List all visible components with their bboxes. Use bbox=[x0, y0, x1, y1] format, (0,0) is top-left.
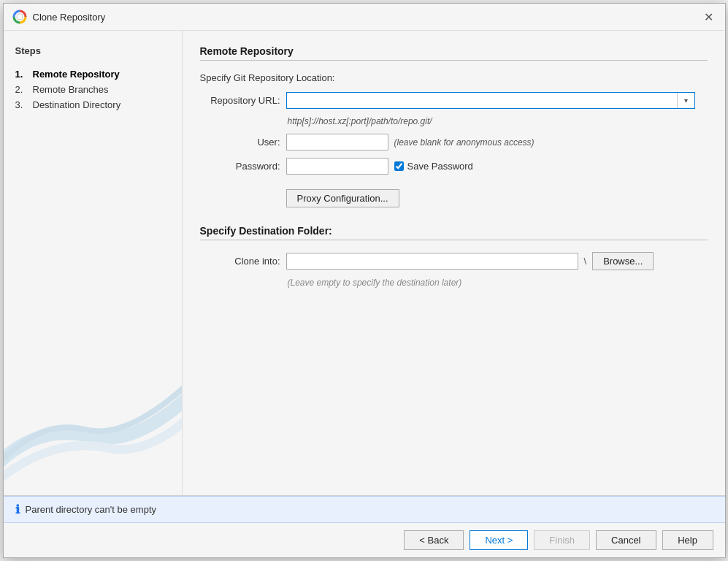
user-input[interactable] bbox=[286, 134, 388, 150]
password-input[interactable] bbox=[286, 158, 388, 175]
title-bar: Clone Repository ✕ bbox=[4, 4, 725, 31]
info-icon: ℹ bbox=[15, 503, 20, 516]
help-button[interactable]: Help bbox=[662, 530, 713, 550]
user-label: User: bbox=[200, 137, 280, 148]
repo-url-hint: http[s]://host.xz[:port]/path/to/repo.gi… bbox=[288, 116, 708, 126]
button-bar: < Back Next > Finish Cancel Help bbox=[4, 523, 725, 557]
step-1: 1. Remote Repository bbox=[15, 66, 170, 82]
step-2-num: 2. bbox=[15, 84, 28, 95]
clone-hint: (Leave empty to specify the destination … bbox=[288, 278, 708, 288]
clone-into-input[interactable] bbox=[286, 253, 578, 270]
clone-into-label: Clone into: bbox=[200, 256, 280, 267]
browse-button[interactable]: Browse... bbox=[592, 252, 654, 270]
dialog-footer: ℹ Parent directory can't be empty < Back… bbox=[4, 495, 725, 557]
section-divider-2 bbox=[200, 240, 708, 240]
repo-url-input-wrapper: ▾ bbox=[286, 92, 695, 109]
dialog-title: Clone Repository bbox=[33, 12, 106, 23]
step-1-label: Remote Repository bbox=[33, 69, 120, 80]
next-button[interactable]: Next > bbox=[470, 530, 528, 550]
repo-url-input[interactable] bbox=[287, 93, 677, 108]
repo-url-label: Repository URL: bbox=[200, 95, 280, 106]
main-content: Remote Repository Specify Git Repository… bbox=[183, 31, 725, 495]
step-2-label: Remote Branches bbox=[33, 84, 109, 95]
repo-url-row: Repository URL: ▾ bbox=[200, 92, 708, 109]
section-divider-1 bbox=[200, 60, 708, 61]
step-3-num: 3. bbox=[15, 99, 28, 110]
step-3: 3. Destination Directory bbox=[15, 97, 170, 112]
dest-folder-title: Specify Destination Folder: bbox=[200, 225, 708, 237]
repo-location-subtitle: Specify Git Repository Location: bbox=[200, 72, 708, 83]
repo-url-dropdown-btn[interactable]: ▾ bbox=[677, 93, 694, 108]
title-bar-left: Clone Repository bbox=[12, 9, 106, 24]
cancel-button[interactable]: Cancel bbox=[596, 530, 656, 550]
user-row: User: (leave blank for anonymous access) bbox=[200, 134, 708, 150]
backslash: \ bbox=[584, 256, 587, 267]
step-3-label: Destination Directory bbox=[33, 99, 121, 110]
sidebar-watermark bbox=[4, 378, 182, 495]
password-label: Password: bbox=[200, 161, 280, 172]
step-2: 2. Remote Branches bbox=[15, 82, 170, 97]
app-icon bbox=[12, 9, 27, 24]
anon-hint: (leave blank for anonymous access) bbox=[394, 137, 534, 148]
steps-title: Steps bbox=[15, 45, 170, 56]
remote-repo-title: Remote Repository bbox=[200, 45, 708, 57]
save-password-label: Save Password bbox=[394, 161, 473, 172]
info-bar: ℹ Parent directory can't be empty bbox=[4, 496, 725, 523]
proxy-config-button[interactable]: Proxy Configuration... bbox=[286, 189, 399, 207]
steps-list: 1. Remote Repository 2. Remote Branches … bbox=[15, 66, 170, 112]
watermark-svg bbox=[4, 378, 182, 495]
password-row: Password: Save Password bbox=[200, 158, 708, 175]
save-password-checkbox[interactable] bbox=[394, 161, 404, 171]
clone-repository-dialog: Clone Repository ✕ Steps 1. Remote Repos… bbox=[3, 3, 726, 558]
save-password-text: Save Password bbox=[407, 161, 473, 172]
step-1-num: 1. bbox=[15, 69, 28, 80]
sidebar: Steps 1. Remote Repository 2. Remote Bra… bbox=[4, 31, 183, 495]
info-text: Parent directory can't be empty bbox=[26, 504, 157, 515]
close-button[interactable]: ✕ bbox=[702, 9, 716, 24]
svg-point-1 bbox=[17, 14, 23, 20]
clone-into-row: Clone into: \ Browse... bbox=[200, 252, 708, 270]
dialog-body: Steps 1. Remote Repository 2. Remote Bra… bbox=[4, 31, 725, 495]
finish-button[interactable]: Finish bbox=[534, 530, 590, 550]
back-button[interactable]: < Back bbox=[404, 530, 464, 550]
